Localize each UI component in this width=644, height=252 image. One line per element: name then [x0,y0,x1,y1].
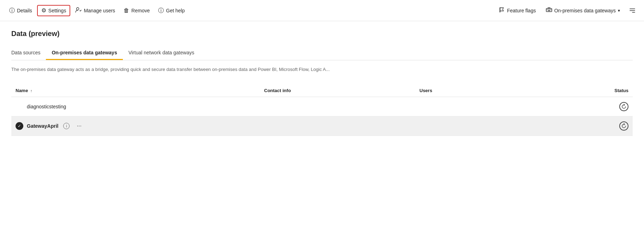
dropdown-chevron-icon: ▾ [618,8,620,13]
get-help-icon: ⓘ [158,8,164,13]
settings-button[interactable]: ⚙ Settings [37,5,71,16]
on-premises-dropdown-button[interactable]: On-premises data gateways ▾ [542,5,624,16]
col-header-users: Users [415,84,539,97]
row-name-cell: ✓ GatewayApril i ··· [11,116,260,136]
tab-on-premises[interactable]: On-premises data gateways [46,46,123,60]
toolbar: ⓘ Details ⚙ Settings Manage users 🗑 Remo… [0,0,644,21]
row-status-cell [539,116,633,136]
refresh-status-icon [619,102,628,111]
toolbar-left: ⓘ Details ⚙ Settings Manage users 🗑 Remo… [6,5,494,16]
on-premises-dropdown-label: On-premises data gateways [554,8,616,13]
manage-users-icon [75,7,82,14]
row-users-cell [415,97,539,116]
manage-users-button[interactable]: Manage users [72,5,119,16]
feature-flags-label: Feature flags [507,8,536,13]
col-header-status: Status [539,84,633,97]
row-status-cell [539,97,633,116]
tab-description: The on-premises data gateway acts as a b… [11,66,633,73]
main-content: Data (preview) Data sources On-premises … [0,21,644,144]
on-premises-icon [546,7,552,14]
gateway-name: GatewayApril [27,123,58,129]
tab-data-sources[interactable]: Data sources [11,46,46,60]
selected-check-icon: ✓ [16,122,23,130]
gateways-table: Name ↑ Contact info Users Status [11,84,633,136]
gateway-name: diagnosticstesting [27,104,66,109]
tab-virtual-network[interactable]: Virtual network data gateways [123,46,200,60]
row-contact-cell [260,116,415,136]
details-button[interactable]: ⓘ Details [6,6,36,16]
table-header-row: Name ↑ Contact info Users Status [11,84,633,97]
settings-label: Settings [48,8,66,13]
tabs-container: Data sources On-premises data gateways V… [11,46,633,60]
svg-point-0 [77,8,79,10]
table-row[interactable]: ✓ GatewayApril i ··· [11,116,633,136]
get-help-button[interactable]: ⓘ Get help [155,6,188,16]
row-contact-cell [260,97,415,116]
remove-icon: 🗑 [124,8,129,13]
remove-button[interactable]: 🗑 Remove [120,6,153,16]
refresh-status-icon-2 [619,121,628,131]
col-header-contact: Contact info [260,84,415,97]
sort-arrow-icon: ↑ [30,89,32,93]
gateway-ellipsis-button[interactable]: ··· [74,122,83,130]
row-users-cell [415,116,539,136]
gateway-info-icon[interactable]: i [63,123,70,129]
table-row[interactable]: diagnosticstesting [11,97,633,116]
manage-users-label: Manage users [84,8,115,13]
feature-flags-button[interactable]: Feature flags [495,5,539,16]
details-icon: ⓘ [9,8,15,13]
more-options-button[interactable] [626,6,638,15]
menu-lines-icon [629,8,636,13]
svg-rect-1 [500,7,500,12]
row-name-cell: diagnosticstesting [11,97,260,116]
col-header-name: Name ↑ [11,84,260,97]
page-title: Data (preview) [11,30,633,38]
settings-icon: ⚙ [41,8,46,13]
remove-label: Remove [131,8,150,13]
toolbar-right: Feature flags On-premises data gateways … [495,5,638,16]
details-label: Details [17,8,32,13]
feature-flags-icon [499,7,505,14]
get-help-label: Get help [166,8,185,13]
